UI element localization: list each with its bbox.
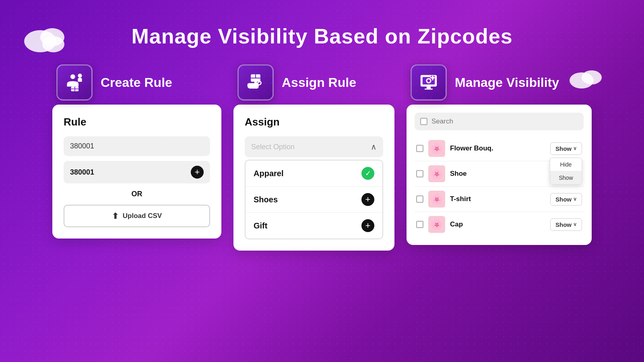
chevron-up-icon: ∧ (371, 142, 377, 152)
create-rule-icon (56, 64, 93, 101)
flower-bouq-checkbox[interactable] (416, 145, 423, 152)
svg-point-16 (432, 75, 433, 76)
shoe-name: Shoe (450, 170, 545, 178)
or-divider: OR (64, 190, 210, 198)
visibility-search-row (415, 113, 584, 130)
cloud-decoration-right (564, 68, 612, 88)
manage-visibility-section: Manage Visibility 🌸 Flower Bouq. Show ∨ (407, 64, 592, 245)
shoe-checkbox[interactable] (416, 170, 423, 177)
assign-item-apparel-label: Apparel (254, 169, 283, 178)
flower-bouq-show-wrapper: Show ∨ Hide Show (550, 142, 582, 155)
cloud-decoration-left (16, 24, 80, 52)
tshirt-name: T-shirt (450, 195, 545, 203)
chevron-down-icon-cap: ∨ (573, 222, 577, 227)
upload-icon: ⬆ (112, 211, 119, 221)
svg-point-19 (434, 77, 436, 78)
create-rule-section: Create Rule Rule 380001 + OR ⬆ Upload CS… (52, 64, 221, 239)
upload-csv-button[interactable]: ⬆ Upload CSV (64, 205, 210, 227)
svg-rect-13 (425, 88, 433, 90)
assign-dropdown-list: Apparel ✓ Shoes + Gift + (245, 160, 383, 239)
shoes-add-icon[interactable]: + (361, 193, 374, 206)
assign-item-gift[interactable]: Gift + (246, 213, 382, 239)
manage-visibility-card: 🌸 Flower Bouq. Show ∨ Hide Show (407, 105, 592, 245)
svg-rect-12 (427, 86, 431, 88)
create-rule-title: Create Rule (101, 75, 172, 90)
apparel-check-icon: ✓ (361, 167, 374, 180)
assign-rule-icon (237, 64, 274, 101)
assign-rule-section: Assign Rule Assign Select Option ∧ Appar… (233, 64, 394, 251)
manage-visibility-title: Manage Visibility (455, 75, 559, 90)
assign-rule-title: Assign Rule (282, 75, 356, 90)
assign-item-gift-label: Gift (254, 221, 267, 230)
cap-show-label: Show (555, 221, 572, 228)
assign-card-title: Assign (245, 116, 383, 128)
search-checkbox[interactable] (420, 118, 427, 125)
visibility-search-input[interactable] (431, 117, 578, 125)
svg-point-15 (431, 76, 434, 79)
create-rule-card-title: Rule (64, 116, 210, 128)
flower-bouq-show-button[interactable]: Show ∨ (550, 142, 582, 155)
svg-rect-1 (78, 74, 82, 78)
visibility-item-cap: 🌸 Cap Show ∨ (415, 212, 584, 237)
select-option-dropdown[interactable]: Select Option ∧ (245, 136, 383, 157)
gift-add-icon[interactable]: + (361, 219, 374, 232)
assign-item-shoes-label: Shoes (254, 195, 278, 204)
chevron-down-icon: ∨ (573, 146, 577, 151)
visibility-item-tshirt: 🌸 T-shirt Show ∨ (415, 187, 584, 212)
main-content: Create Rule Rule 380001 + OR ⬆ Upload CS… (0, 64, 644, 251)
select-placeholder: Select Option (251, 143, 295, 151)
hide-option-button[interactable]: Hide (550, 158, 582, 171)
manage-visibility-icon-svg (418, 72, 440, 93)
create-rule-card: Rule 380001 + OR ⬆ Upload CSV (52, 105, 221, 239)
show-option-button[interactable]: Show (550, 171, 582, 184)
cap-checkbox[interactable] (416, 221, 423, 228)
assign-item-shoes[interactable]: Shoes + (246, 187, 382, 213)
cap-image: 🌸 (428, 216, 445, 233)
chevron-down-icon-tshirt: ∨ (573, 196, 577, 202)
zipcode-tag-text: 380001 (70, 168, 94, 177)
tshirt-show-button[interactable]: Show ∨ (550, 193, 582, 206)
create-rule-header: Create Rule (52, 64, 221, 101)
page-header: Manage Visibility Based on Zipcodes (0, 0, 644, 60)
assign-item-apparel[interactable]: Apparel ✓ (246, 160, 382, 187)
cap-name: Cap (450, 220, 545, 228)
svg-point-18 (430, 77, 431, 78)
assign-rule-card: Assign Select Option ∧ Apparel ✓ Shoes + (233, 105, 394, 251)
add-zipcode-button[interactable]: + (191, 166, 204, 179)
create-rule-icon-svg (64, 72, 85, 93)
visibility-item-flower-bouq: 🌸 Flower Bouq. Show ∨ Hide Show (415, 136, 584, 161)
upload-label: Upload CSV (123, 212, 162, 220)
tshirt-show-label: Show (555, 196, 572, 203)
manage-visibility-icon (411, 64, 447, 101)
flower-bouq-image: 🌸 (428, 140, 445, 157)
cap-show-button[interactable]: Show ∨ (550, 218, 582, 231)
zipcode-input[interactable] (64, 136, 210, 156)
assign-rule-header: Assign Rule (233, 64, 394, 101)
assign-rule-icon-svg (245, 72, 266, 93)
flower-bouq-name: Flower Bouq. (450, 144, 545, 152)
flower-bouq-show-label: Show (555, 145, 572, 152)
page-title: Manage Visibility Based on Zipcodes (0, 24, 644, 48)
svg-point-11 (427, 79, 430, 82)
hide-show-popup: Hide Show (550, 158, 582, 185)
svg-rect-0 (70, 74, 75, 79)
shoe-image: 🌸 (428, 165, 445, 182)
svg-point-17 (432, 79, 433, 80)
tshirt-image: 🌸 (428, 191, 445, 208)
tshirt-checkbox[interactable] (416, 195, 423, 203)
zipcode-tag: 380001 + (64, 161, 210, 183)
